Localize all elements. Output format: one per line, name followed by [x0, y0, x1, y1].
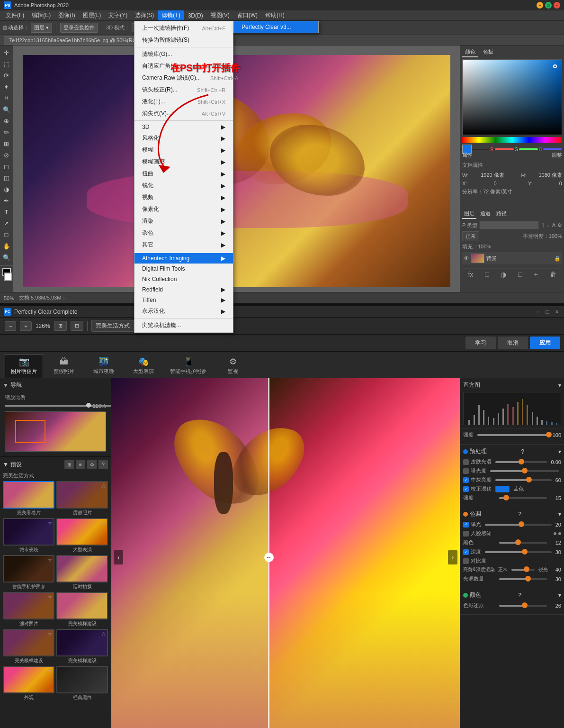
dodge-tool-icon[interactable]: ◑: [1, 184, 12, 194]
preset-star-11[interactable]: ☆: [48, 668, 52, 673]
color-title-row[interactable]: 颜色 ? ▾: [463, 591, 561, 599]
black-thumb[interactable]: [515, 539, 521, 545]
preprocessing-arrow-icon[interactable]: ▾: [558, 448, 561, 455]
exposure-slider[interactable]: [490, 470, 559, 472]
face-aware-checkbox[interactable]: [463, 531, 469, 537]
depth-slider[interactable]: [485, 551, 552, 553]
preset-star-6[interactable]: ☆: [101, 557, 106, 563]
wand-tool-icon[interactable]: ✦: [1, 82, 12, 92]
exposure2-checkbox[interactable]: ✓: [463, 522, 469, 528]
preset-help-btn[interactable]: ?: [98, 460, 108, 469]
menu-help[interactable]: 帮助(H): [261, 10, 288, 20]
preset-item-10[interactable]: ☆ 完美模样建设: [56, 629, 108, 664]
layer-mask-btn[interactable]: □: [485, 271, 489, 278]
dm-item-sharpen[interactable]: 锐化▶: [134, 180, 233, 191]
midgray-thumb[interactable]: [526, 477, 532, 482]
paths-tab[interactable]: 路径: [494, 209, 509, 219]
strength-slider[interactable]: [477, 434, 549, 436]
layer-icon-2[interactable]: A: [552, 222, 555, 228]
preset-item-5[interactable]: ☆ 智能手机护照参: [3, 555, 54, 590]
color-restore-slider[interactable]: [499, 605, 547, 607]
preset-item-2[interactable]: ☆ 度假照片: [56, 481, 108, 516]
strength-thumb[interactable]: [546, 432, 552, 437]
menu-edit[interactable]: 编辑(E): [28, 10, 54, 20]
midgray-slider[interactable]: [495, 479, 552, 481]
zoom-thumb[interactable]: [86, 403, 91, 408]
layers-tab[interactable]: 图层: [462, 209, 476, 219]
hand-tool-icon[interactable]: ✋: [1, 241, 12, 251]
dm-item-noise[interactable]: 杂色▶: [134, 227, 233, 239]
layer-adj-btn[interactable]: ◑: [501, 271, 506, 278]
bright-depth-thumb[interactable]: [524, 566, 529, 572]
crop-tool-icon[interactable]: ⌗: [1, 93, 12, 103]
histogram-title-row[interactable]: 直方图 ▾: [463, 381, 561, 389]
color-restore-thumb[interactable]: [522, 602, 528, 608]
swatch-tab[interactable]: 色板: [480, 47, 496, 57]
preprocessing-title-row[interactable]: 预处理 ? ▾: [463, 447, 561, 455]
preset-star-10[interactable]: ☆: [101, 631, 106, 637]
ps-file-tab[interactable]: 7e1f22cdb13165b8a6ae5e1bb7b86b5e.jpg @ 5…: [4, 36, 154, 45]
color-help-icon[interactable]: ?: [518, 592, 521, 599]
preset-item-1[interactable]: 完美看着片: [3, 481, 54, 516]
dm-item-nik[interactable]: Nik Collection: [134, 274, 233, 284]
ps-maximize-btn[interactable]: □: [545, 2, 552, 9]
preset-star-5[interactable]: ☆: [48, 557, 52, 563]
path-tool-icon[interactable]: ↗: [1, 218, 12, 228]
layer-visibility-eye[interactable]: 👁: [464, 255, 469, 262]
move-tool-icon[interactable]: ✛: [1, 47, 12, 58]
preset-item-9[interactable]: ☆ 完美模样建设: [3, 629, 54, 664]
preset-item-4[interactable]: ☆ 大型表演: [56, 518, 108, 553]
preset-star-8[interactable]: ☆: [101, 594, 106, 600]
preset-item-8[interactable]: ☆ 完美模样建设: [56, 592, 108, 627]
tab-postcard[interactable]: 📷 图片明信片: [5, 354, 43, 378]
apply-btn[interactable]: 应用: [530, 337, 560, 349]
color-arrow-icon[interactable]: ▾: [558, 592, 561, 599]
eraser-tool-icon[interactable]: ◻: [1, 161, 12, 172]
menu-3d[interactable]: 3D(D): [184, 11, 207, 20]
history-tool-icon[interactable]: ⊘: [1, 150, 12, 160]
zoom-slider[interactable]: [5, 405, 90, 407]
layer-new-btn[interactable]: +: [534, 271, 538, 278]
midgray-checkbox[interactable]: ✓: [463, 477, 469, 483]
exposure-thumb[interactable]: [522, 468, 528, 473]
brush-tool-icon[interactable]: ✏: [1, 127, 12, 137]
dm-item-browse[interactable]: 浏览联机滤镜...: [134, 319, 233, 331]
dm-item-video[interactable]: 视频▶: [134, 191, 233, 203]
zoom-out-btn[interactable]: −: [5, 321, 16, 331]
layer-select-btn[interactable]: 图层 ▾: [31, 23, 52, 33]
transform-btn[interactable]: 登录变换控件: [60, 23, 98, 33]
drift-strength-thumb[interactable]: [503, 495, 509, 500]
ps-close-btn[interactable]: ×: [554, 2, 560, 9]
layer-fx-btn[interactable]: fx: [468, 271, 473, 278]
channels-tab[interactable]: 通道: [478, 209, 492, 219]
zoom-in-btn[interactable]: +: [20, 321, 31, 331]
light-count-slider[interactable]: [499, 578, 547, 580]
ps-color-spectrum[interactable]: [462, 137, 562, 143]
learn-btn[interactable]: 学习: [466, 337, 496, 349]
preset-list-btn[interactable]: ≡: [76, 460, 85, 469]
preset-item-3[interactable]: ☆ 城市夜晚: [3, 518, 54, 553]
tab-performance[interactable]: 🎭 大型表演: [125, 355, 162, 378]
zoom-tool-icon[interactable]: 🔍: [1, 252, 12, 263]
pc-minimize-btn[interactable]: −: [535, 309, 541, 315]
preprocessing-help-icon[interactable]: ?: [521, 448, 524, 455]
dm-item-smart[interactable]: 转换为智能滤镜(S): [134, 34, 233, 46]
ps-color-swatch[interactable]: [462, 59, 562, 135]
exposure2-slider[interactable]: [485, 524, 552, 526]
depth-thumb[interactable]: [522, 549, 528, 555]
tab-vacation[interactable]: 🏔 度假照片: [45, 355, 83, 378]
preset-star-3[interactable]: ☆: [48, 520, 52, 526]
dm-item-redfield[interactable]: Redfield▶: [134, 284, 233, 295]
pc-close-btn[interactable]: ×: [554, 309, 560, 315]
gradient-tool-icon[interactable]: ◫: [1, 173, 12, 183]
menu-view[interactable]: 视图(V): [207, 10, 233, 20]
tone-title-row[interactable]: 色调 ? ▾: [463, 510, 561, 518]
preset-dropdown[interactable]: 完美生活方式: [91, 320, 134, 332]
tab-mobile[interactable]: 📱 智能手机护照参: [164, 355, 212, 378]
exposure2-thumb[interactable]: [519, 521, 524, 527]
drift-checkbox[interactable]: ✓: [463, 486, 469, 492]
select-tool-icon[interactable]: ⬚: [1, 59, 12, 69]
dm-item-other[interactable]: 其它▶: [134, 239, 233, 251]
fill-btn[interactable]: ⊟: [71, 321, 83, 331]
light-count-thumb[interactable]: [525, 576, 531, 582]
